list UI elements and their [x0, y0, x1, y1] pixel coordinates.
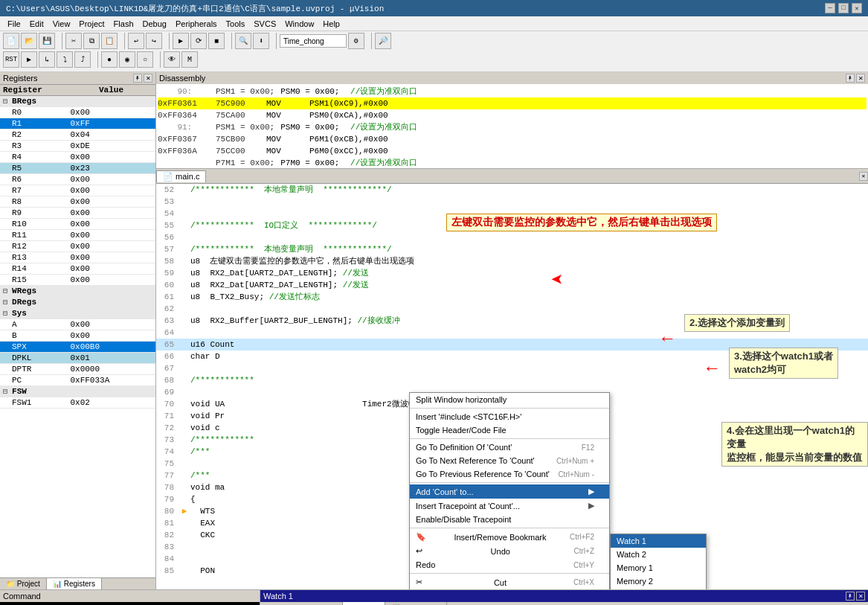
- menu-edit[interactable]: Edit: [25, 19, 48, 29]
- tb-new[interactable]: 📄: [3, 33, 19, 49]
- disassembly-content: 90: PSM1 = 0x00; PSM0 = 0x00; //设置为准双向口 …: [156, 84, 868, 166]
- menu-window[interactable]: Window: [280, 19, 318, 29]
- code-line: 56: [156, 231, 868, 243]
- ctx-goto-prev[interactable]: Go To Previous Reference To 'Count' Ctrl…: [410, 467, 609, 481]
- disasm-pin[interactable]: 🖈: [846, 74, 855, 83]
- line-arrow: [179, 529, 190, 541]
- tb-bpena[interactable]: ◉: [119, 51, 135, 68]
- code-line: 53: [156, 196, 868, 208]
- context-menu[interactable]: Split Window horizontally Insert '#inclu…: [409, 392, 610, 589]
- ctx-bookmark[interactable]: 🔖 Insert/Remove Bookmark Ctrl+F2: [410, 530, 609, 544]
- line-content: /************ 本地常量声明 *************/: [190, 184, 392, 196]
- tb-watch[interactable]: 👁: [164, 51, 180, 68]
- line-number: 57: [156, 243, 179, 255]
- menu-svcs[interactable]: SVCS: [249, 19, 280, 29]
- ctx-add-count-arrow: ▶: [588, 487, 594, 496]
- line-arrow: [179, 243, 190, 255]
- close-button[interactable]: ✕: [852, 3, 862, 13]
- annotation-step1: 左键双击需要监控的参数选中它，然后右键单击出现选项: [446, 214, 717, 231]
- tb-undo[interactable]: ↩: [128, 33, 144, 49]
- line-arrow: [179, 362, 190, 374]
- reg-group-row[interactable]: ⊟ Sys: [0, 308, 155, 319]
- tab-registers[interactable]: 📊 Registers: [47, 578, 102, 589]
- tb-cut[interactable]: ✂: [65, 33, 82, 49]
- tb-save[interactable]: 💾: [39, 33, 55, 49]
- tb-settings[interactable]: ⚙: [348, 33, 364, 49]
- submenu-watch2[interactable]: Watch 2: [611, 548, 706, 561]
- tab-watch1[interactable]: Watch 1: [343, 602, 385, 605]
- ctx-split[interactable]: Split Window horizontally: [410, 393, 609, 406]
- tb-copy[interactable]: ⧉: [83, 33, 100, 49]
- tb-stop[interactable]: ■: [208, 33, 225, 49]
- tb-bp[interactable]: ●: [101, 51, 118, 68]
- ctx-goto-next[interactable]: Go To Next Reference To 'Count' Ctrl+Num…: [410, 454, 609, 467]
- disasm-line: 91: PSM1 = 0x00; PSM0 = 0x00; //设置为准双向口: [158, 121, 867, 133]
- submenu-memory1[interactable]: Memory 1: [611, 561, 706, 574]
- ctx-redo[interactable]: Redo Ctrl+Y: [410, 558, 609, 572]
- registers-list[interactable]: ⊟ BRegsR00x00R10xFFR20x04R30xDER40x00R50…: [0, 96, 155, 577]
- tab-project[interactable]: 📁 Project: [0, 578, 47, 589]
- ctx-cut-shortcut: Ctrl+X: [573, 578, 594, 586]
- ctx-tracepoint[interactable]: Insert Tracepoint at 'Count'... ▶: [410, 499, 609, 513]
- code-line: 52 /************ 本地常量声明 *************/: [156, 184, 868, 196]
- ctx-goto-def[interactable]: Go To Definition Of 'Count' F12: [410, 441, 609, 454]
- tb-magnify[interactable]: 🔎: [375, 33, 391, 49]
- submenu-memory2[interactable]: Memory 2: [611, 574, 706, 588]
- ctx-enable-trace-label: Enable/Disable Tracepoint: [416, 515, 511, 524]
- tb-debug[interactable]: 🔍: [235, 33, 251, 49]
- reg-col-value: Value: [96, 85, 155, 95]
- watch-panel-close[interactable]: ✕: [856, 592, 865, 601]
- tab-memory1[interactable]: 📋 Memory 1: [385, 602, 447, 605]
- ctx-include[interactable]: Insert '#include <STC16F.H>': [410, 410, 609, 423]
- tb-run[interactable]: ▶: [21, 51, 37, 68]
- tb-build[interactable]: ▶: [173, 33, 189, 49]
- ctx-redo-label: Redo: [416, 560, 435, 569]
- menu-file[interactable]: File: [3, 19, 25, 29]
- code-tab-main[interactable]: 📄 main.c: [156, 170, 206, 182]
- ctx-add-count[interactable]: Add 'Count' to... ▶: [410, 484, 609, 499]
- submenu-memory3[interactable]: Memory 3: [611, 588, 706, 589]
- tb-paste[interactable]: 📋: [101, 33, 118, 49]
- ctx-undo[interactable]: ↩ Undo Ctrl+Z: [410, 544, 609, 558]
- menu-debug[interactable]: Debug: [138, 19, 171, 29]
- menu-help[interactable]: Help: [318, 19, 344, 29]
- reg-group-row[interactable]: ⊟ DRegs: [0, 297, 155, 308]
- tb-rebuild[interactable]: ⟳: [190, 33, 207, 49]
- reg-group-row[interactable]: ⊟ FSW: [0, 386, 155, 397]
- tb-bpdis[interactable]: ○: [137, 51, 153, 68]
- tb-step[interactable]: ↳: [39, 51, 55, 68]
- reg-col-register: Register: [0, 85, 96, 95]
- watch-panel-pin[interactable]: 🖈: [846, 592, 855, 601]
- reg-group-row[interactable]: ⊟ WRegs: [0, 286, 155, 297]
- line-content: /************ IO口定义 *************/: [190, 220, 377, 231]
- reg-data-row: FSW10x02: [0, 397, 155, 409]
- ctx-toggle[interactable]: Toggle Header/Code File: [410, 423, 609, 437]
- ctx-enable-trace[interactable]: Enable/Disable Tracepoint: [410, 513, 609, 526]
- tb-stepover[interactable]: ⤵: [57, 51, 73, 68]
- minimize-button[interactable]: —: [825, 3, 835, 13]
- tb-download[interactable]: ⬇: [253, 33, 269, 49]
- disasm-close[interactable]: ✕: [856, 74, 865, 83]
- panel-close[interactable]: ✕: [144, 74, 152, 83]
- code-panel-close[interactable]: ✕: [859, 172, 868, 181]
- panel-pin[interactable]: 🖈: [133, 74, 142, 83]
- ctx-cut-label: Cut: [494, 578, 507, 587]
- line-arrow: [179, 541, 190, 553]
- submenu-watch1[interactable]: Watch 1: [611, 534, 706, 548]
- tb-mem[interactable]: M: [181, 51, 198, 68]
- menu-flash[interactable]: Flash: [109, 19, 138, 29]
- menu-project[interactable]: Project: [74, 19, 109, 29]
- menu-view[interactable]: View: [48, 19, 75, 29]
- tab-call-stack[interactable]: Call Stack + Locals: [260, 602, 343, 605]
- maximize-button[interactable]: □: [838, 3, 849, 13]
- tb-open[interactable]: 📂: [21, 33, 37, 49]
- reg-group-row[interactable]: ⊟ BRegs: [0, 96, 155, 107]
- line-number: 54: [156, 208, 179, 220]
- target-input[interactable]: [280, 34, 347, 48]
- tb-redo[interactable]: ↪: [146, 33, 162, 49]
- menu-tools[interactable]: Tools: [222, 19, 250, 29]
- tb-rst[interactable]: RST: [3, 51, 19, 68]
- ctx-cut[interactable]: ✂ Cut Ctrl+X: [410, 575, 609, 589]
- tb-stepout[interactable]: ⤴: [74, 51, 91, 68]
- menu-peripherals[interactable]: Peripherals: [171, 19, 222, 29]
